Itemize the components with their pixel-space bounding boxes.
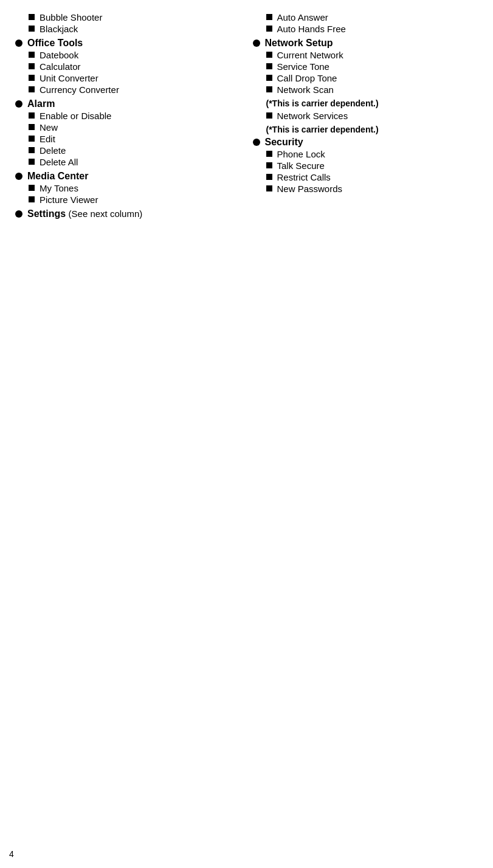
bullet-square-icon bbox=[266, 86, 272, 92]
item-label: Datebook bbox=[40, 50, 78, 60]
item-label: Unit Converter bbox=[40, 73, 98, 83]
bullet-square-icon bbox=[266, 151, 272, 157]
item-label: Enable or Disable bbox=[40, 111, 111, 121]
bullet-square-icon bbox=[29, 63, 35, 69]
bullet-circle-icon bbox=[253, 40, 260, 47]
bullet-square-icon bbox=[29, 196, 35, 202]
network-setup-items-1: Current Network Service Tone Call Drop T… bbox=[266, 50, 484, 95]
list-item: Blackjack bbox=[29, 24, 247, 34]
bullet-circle-icon bbox=[15, 173, 22, 180]
page-number: 4 bbox=[9, 849, 14, 859]
bullet-circle-icon bbox=[253, 139, 260, 146]
bullet-square-icon bbox=[266, 112, 272, 119]
list-item: Calculator bbox=[29, 61, 247, 72]
item-label: Auto Answer bbox=[277, 12, 328, 22]
bullet-square-icon bbox=[266, 52, 272, 58]
category-label: Media Center bbox=[27, 171, 88, 182]
item-label: Talk Secure bbox=[277, 160, 325, 171]
bullet-circle-icon bbox=[15, 210, 22, 218]
list-item: Network Scan bbox=[266, 84, 484, 95]
office-tools-items: Datebook Calculator Unit Converter Curre… bbox=[29, 50, 247, 95]
item-label: Auto Hands Free bbox=[277, 24, 346, 34]
right-column: Auto Answer Auto Hands Free Network Setu… bbox=[250, 12, 488, 221]
bullet-square-icon bbox=[266, 162, 272, 168]
list-item: Network Services bbox=[266, 111, 484, 121]
category-settings: Settings (See next column) bbox=[15, 208, 247, 219]
category-network-setup: Network Setup bbox=[253, 38, 484, 49]
list-item: Picture Viewer bbox=[29, 195, 247, 205]
list-item: Call Drop Tone bbox=[266, 73, 484, 83]
item-label: Delete bbox=[40, 145, 66, 156]
left-column: Bubble Shooter Blackjack Office Tools Da… bbox=[12, 12, 250, 221]
bullet-square-icon bbox=[266, 14, 272, 20]
settings-suffix: (See next column) bbox=[69, 208, 143, 219]
bullet-square-icon bbox=[266, 75, 272, 81]
page-container: Bubble Shooter Blackjack Office Tools Da… bbox=[0, 0, 493, 233]
item-label: My Tones bbox=[40, 183, 78, 193]
carrier-note-1: (*This is carrier dependent.) bbox=[266, 98, 484, 108]
item-label: New Passwords bbox=[277, 184, 343, 194]
list-item: Currency Converter bbox=[29, 84, 247, 95]
list-item: Talk Secure bbox=[266, 160, 484, 171]
item-label: Calculator bbox=[40, 61, 81, 72]
bullet-square-icon bbox=[29, 75, 35, 81]
category-label: Office Tools bbox=[27, 38, 83, 49]
item-label: Restrict Calls bbox=[277, 172, 331, 182]
item-label: Service Tone bbox=[277, 61, 329, 72]
list-item: New bbox=[29, 122, 247, 133]
item-label: Phone Lock bbox=[277, 149, 325, 159]
bullet-square-icon bbox=[29, 136, 35, 142]
list-item: Datebook bbox=[29, 50, 247, 60]
list-item: Enable or Disable bbox=[29, 111, 247, 121]
network-setup-items-2: Network Services bbox=[266, 111, 484, 121]
list-item: Service Tone bbox=[266, 61, 484, 72]
alarm-items: Enable or Disable New Edit Delete Delete… bbox=[29, 111, 247, 167]
list-item: Current Network bbox=[266, 50, 484, 60]
pre-items-right: Auto Answer Auto Hands Free bbox=[266, 12, 484, 34]
bullet-square-icon bbox=[266, 185, 272, 191]
list-item: My Tones bbox=[29, 183, 247, 193]
bullet-square-icon bbox=[266, 26, 272, 32]
list-item: Phone Lock bbox=[266, 149, 484, 159]
bullet-square-icon bbox=[29, 147, 35, 153]
carrier-note-2: (*This is carrier dependent.) bbox=[266, 125, 484, 134]
list-item: Unit Converter bbox=[29, 73, 247, 83]
item-label: Call Drop Tone bbox=[277, 73, 337, 83]
bullet-circle-icon bbox=[15, 100, 22, 108]
category-label: Settings (See next column) bbox=[27, 208, 142, 219]
item-label: Delete All bbox=[40, 157, 78, 167]
bullet-square-icon bbox=[29, 52, 35, 58]
media-center-items: My Tones Picture Viewer bbox=[29, 183, 247, 205]
bullet-square-icon bbox=[29, 14, 35, 20]
category-security: Security bbox=[253, 137, 484, 148]
item-label: New bbox=[40, 122, 58, 133]
item-label: Network Services bbox=[277, 111, 348, 121]
item-label: Bubble Shooter bbox=[40, 12, 102, 22]
list-item: New Passwords bbox=[266, 184, 484, 194]
list-item: Delete All bbox=[29, 157, 247, 167]
item-label: Network Scan bbox=[277, 84, 334, 95]
list-item: Bubble Shooter bbox=[29, 12, 247, 22]
bullet-square-icon bbox=[29, 86, 35, 92]
category-alarm: Alarm bbox=[15, 98, 247, 109]
list-item: Auto Answer bbox=[266, 12, 484, 22]
list-item: Delete bbox=[29, 145, 247, 156]
item-label: Picture Viewer bbox=[40, 195, 98, 205]
item-label: Blackjack bbox=[40, 24, 78, 34]
category-label: Alarm bbox=[27, 98, 55, 109]
list-item: Restrict Calls bbox=[266, 172, 484, 182]
list-item: Edit bbox=[29, 134, 247, 144]
category-office-tools: Office Tools bbox=[15, 38, 247, 49]
item-label: Currency Converter bbox=[40, 84, 119, 95]
security-items: Phone Lock Talk Secure Restrict Calls Ne… bbox=[266, 149, 484, 194]
bullet-square-icon bbox=[29, 112, 35, 119]
pre-items-left: Bubble Shooter Blackjack bbox=[29, 12, 247, 34]
item-label: Edit bbox=[40, 134, 55, 144]
bullet-square-icon bbox=[29, 159, 35, 165]
item-label: Current Network bbox=[277, 50, 343, 60]
category-label: Network Setup bbox=[265, 38, 333, 49]
category-media-center: Media Center bbox=[15, 171, 247, 182]
category-label: Security bbox=[265, 137, 303, 148]
bullet-square-icon bbox=[29, 26, 35, 32]
bullet-circle-icon bbox=[15, 40, 22, 47]
